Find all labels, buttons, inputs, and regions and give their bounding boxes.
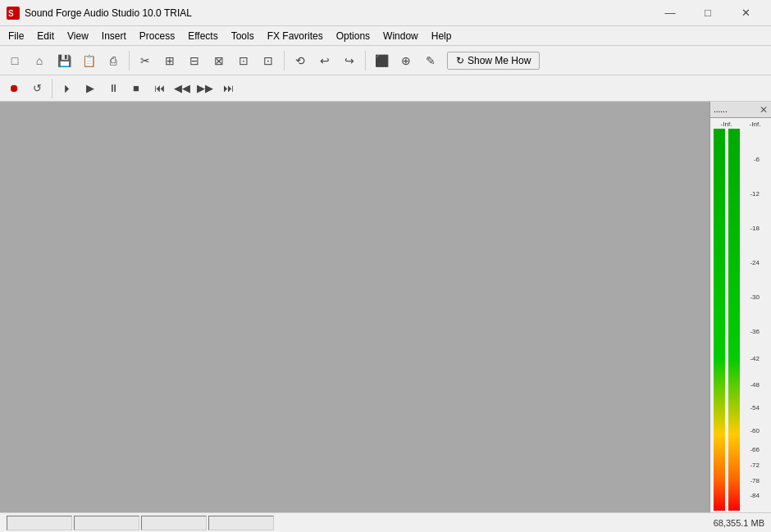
go-to-end-button[interactable]: ⏭ — [217, 78, 239, 99]
menu-item-window[interactable]: Window — [376, 26, 425, 46]
vu-bar-right — [728, 129, 740, 511]
menu-item-process[interactable]: Process — [133, 26, 181, 46]
cut-button[interactable]: ✂ — [134, 49, 157, 72]
vu-tick-neg6: -6 — [754, 156, 760, 163]
menu-item-fx-favorites[interactable]: FX Favorites — [261, 26, 330, 46]
svg-text:S: S — [8, 9, 14, 18]
minimize-button[interactable]: — — [651, 0, 689, 26]
vu-tick-neg48: -48 — [750, 381, 760, 389]
vu-tick-neg24: -24 — [750, 259, 760, 266]
pause-button[interactable]: ⏸ — [103, 78, 124, 99]
save-as-button[interactable]: 📋 — [77, 49, 100, 72]
title-text: Sound Forge Audio Studio 10.0 TRIAL — [25, 7, 192, 19]
menu-item-options[interactable]: Options — [330, 26, 376, 46]
vu-tick-neg60: -60 — [750, 427, 760, 434]
memory-status: 68,355.1 MB — [714, 518, 764, 528]
paste-special-button[interactable]: ⊠ — [208, 49, 230, 72]
vu-tick-neg66: -66 — [750, 446, 760, 453]
status-segment-4 — [208, 516, 274, 530]
status-segment-1 — [7, 516, 72, 530]
go-to-start-button[interactable]: ⏮ — [148, 78, 170, 99]
undo-button[interactable]: ↩ — [313, 49, 336, 72]
title-left: S Sound Forge Audio Studio 10.0 TRIAL — [7, 7, 192, 20]
toolbar: □⌂💾📋⎙✂⊞⊟⊠⊡⊡⟲↩↪⬛⊕✎ ↻ Show Me How — [0, 46, 771, 75]
vu-tick-neg54: -54 — [750, 404, 760, 412]
vu-tick-neg72: -72 — [750, 462, 760, 469]
menu-item-edit[interactable]: Edit — [30, 26, 61, 46]
vu-bar-left — [714, 129, 725, 511]
main-area: ...... ✕ -Inf. -Inf. -6-12-18-24-30-36-4… — [0, 102, 771, 512]
vu-close-button[interactable]: ✕ — [760, 104, 768, 116]
status-segment-3 — [141, 516, 207, 530]
vu-bars-container: -6-12-18-24-30-36-42-48-54-60-66-72-78-8… — [710, 129, 771, 511]
loop-button[interactable]: ↺ — [26, 78, 48, 99]
select-tool-button[interactable]: ⬛ — [370, 49, 393, 72]
save-button[interactable]: 💾 — [52, 49, 75, 72]
vu-tick-neg36: -36 — [750, 327, 760, 334]
vu-scale-area: -6-12-18-24-30-36-42-48-54-60-66-72-78-8… — [712, 129, 769, 511]
redo-button[interactable]: ↪ — [338, 49, 361, 72]
vu-header: ...... ✕ — [710, 102, 771, 118]
fast-forward-button[interactable]: ▶▶ — [194, 78, 216, 99]
paste-mix2-button[interactable]: ⊡ — [257, 49, 280, 72]
status-bar: 68,355.1 MB — [0, 512, 771, 532]
close-button[interactable]: ✕ — [727, 0, 764, 26]
paste-button[interactable]: ⊟ — [183, 49, 206, 72]
title-controls: — □ ✕ — [651, 0, 764, 26]
play-from-cursor-button[interactable]: ⏵ — [57, 78, 78, 99]
toolbar-separator — [284, 51, 285, 70]
status-segment-2 — [74, 516, 139, 530]
toolbar-separator — [129, 51, 130, 70]
pencil-tool-button[interactable]: ✎ — [419, 49, 442, 72]
menu-item-view[interactable]: View — [61, 26, 95, 46]
toolbar-separator — [365, 51, 366, 70]
rewind-button[interactable]: ◀◀ — [171, 78, 193, 99]
zoom-tool-button[interactable]: ⊕ — [395, 49, 417, 72]
new-file-button[interactable]: □ — [3, 49, 26, 72]
menu-item-tools[interactable]: Tools — [225, 26, 261, 46]
vu-label-right: -Inf. — [750, 120, 761, 128]
vu-meter-panel: ...... ✕ -Inf. -Inf. -6-12-18-24-30-36-4… — [709, 102, 771, 512]
content-area — [0, 102, 709, 512]
menu-item-help[interactable]: Help — [425, 26, 458, 46]
show-me-how-button[interactable]: ↻ Show Me How — [447, 52, 540, 70]
menu-item-insert[interactable]: Insert — [95, 26, 133, 46]
vu-channel-labels: -Inf. -Inf. — [710, 120, 771, 129]
show-me-how-label: Show Me How — [468, 55, 531, 66]
status-bar-segments — [7, 516, 714, 530]
play-button[interactable]: ▶ — [80, 78, 101, 99]
copy-button[interactable]: ⊞ — [158, 49, 181, 72]
title-bar: S Sound Forge Audio Studio 10.0 TRIAL — … — [0, 0, 771, 26]
record-button[interactable]: ⏺ — [3, 78, 25, 99]
vu-scale-numbers: -6-12-18-24-30-36-42-48-54-60-66-72-78-8… — [741, 129, 760, 511]
vu-tick-neg42: -42 — [750, 354, 760, 361]
vu-meter-area: -Inf. -Inf. -6-12-18-24-30-36-42-48-54-6… — [710, 118, 771, 512]
menu-item-effects[interactable]: Effects — [181, 26, 224, 46]
menu-bar: FileEditViewInsertProcessEffectsToolsFX … — [0, 26, 771, 46]
print-button[interactable]: ⎙ — [102, 49, 125, 72]
paste-mix-button[interactable]: ⊡ — [232, 49, 255, 72]
app-icon: S — [7, 7, 20, 20]
vu-tick-neg12: -12 — [750, 190, 760, 198]
vu-dot-label: ...... — [714, 105, 728, 114]
maximize-button[interactable]: □ — [689, 0, 727, 26]
menu-item-file[interactable]: File — [2, 26, 30, 46]
vu-tick-neg84: -84 — [750, 492, 760, 499]
show-me-how-icon: ↻ — [456, 55, 464, 66]
vu-tick-neg30: -30 — [750, 293, 760, 301]
vu-tick-neg18: -18 — [750, 225, 760, 232]
transport-bar: ⏺↺⏵▶⏸■⏮◀◀▶▶⏭ — [0, 75, 771, 102]
open-file-button[interactable]: ⌂ — [28, 49, 51, 72]
vu-label-left: -Inf. — [721, 120, 732, 128]
stop-button[interactable]: ■ — [125, 78, 147, 99]
undo-list-button[interactable]: ⟲ — [289, 49, 312, 72]
vu-tick-neg78: -78 — [750, 476, 760, 484]
transport-separator — [52, 79, 52, 98]
